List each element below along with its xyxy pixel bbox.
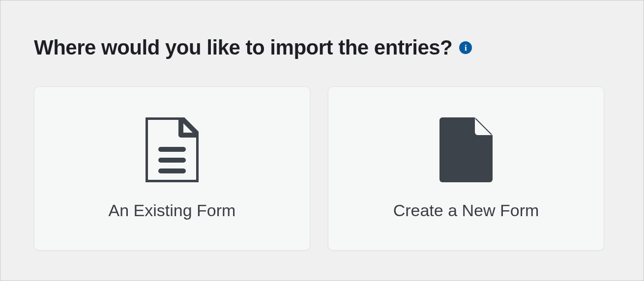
option-existing-form[interactable]: An Existing Form <box>34 86 310 251</box>
info-icon[interactable]: i <box>459 41 472 54</box>
svg-rect-2 <box>158 169 186 173</box>
option-label: An Existing Form <box>109 201 236 220</box>
svg-rect-0 <box>158 147 186 152</box>
document-blank-icon <box>439 117 493 184</box>
option-new-form[interactable]: Create a New Form <box>328 86 604 251</box>
page-title: Where would you like to import the entri… <box>34 36 452 59</box>
heading-row: Where would you like to import the entri… <box>34 36 610 59</box>
document-text-icon <box>146 117 199 184</box>
option-label: Create a New Form <box>393 201 539 220</box>
svg-rect-1 <box>158 158 186 163</box>
option-cards: An Existing Form Create a New Form <box>34 86 610 251</box>
